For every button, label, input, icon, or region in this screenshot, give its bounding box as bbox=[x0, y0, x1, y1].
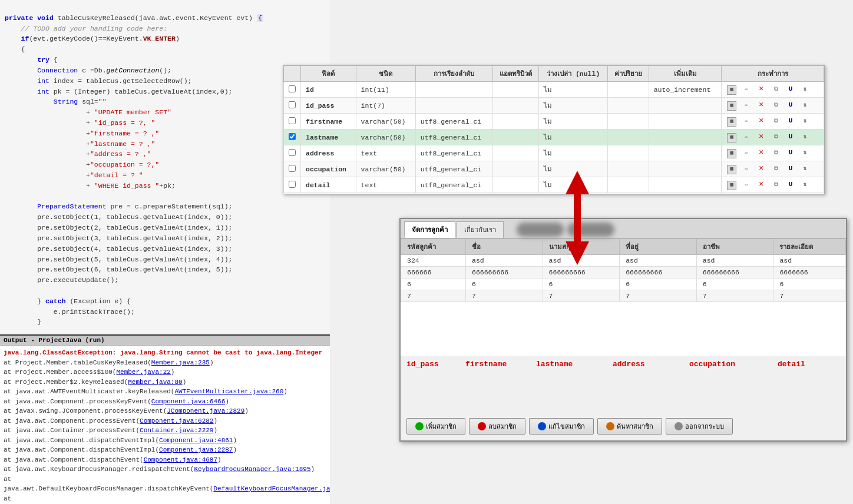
col-attributes: แอตทริบิวต์ bbox=[492, 66, 538, 82]
row-checkbox[interactable] bbox=[289, 85, 296, 92]
copy-icon[interactable]: ⧉ bbox=[771, 165, 781, 175]
label-detail: detail bbox=[778, 360, 837, 369]
sort-icon[interactable]: ⇅ bbox=[801, 117, 810, 127]
edit-icon[interactable]: ✏ bbox=[742, 117, 751, 127]
delete-icon[interactable]: ✕ bbox=[756, 100, 766, 109]
svg-marker-1 bbox=[566, 218, 589, 265]
output-content: java.lang.ClassCastException: java.lang.… bbox=[0, 346, 330, 504]
browse-icon[interactable]: ▦ bbox=[727, 181, 736, 190]
delete-icon[interactable]: ✕ bbox=[756, 163, 766, 173]
copy-icon[interactable]: ⧉ bbox=[771, 86, 781, 95]
label-id-pass: id_pass bbox=[406, 360, 465, 369]
col-checkbox bbox=[284, 66, 301, 82]
browse-icon[interactable]: ▦ bbox=[727, 149, 736, 158]
row-checkbox[interactable] bbox=[289, 165, 296, 172]
col-default: ค่าปริยาย bbox=[608, 66, 649, 82]
row-checkbox[interactable] bbox=[289, 181, 296, 188]
undo-icon[interactable]: U bbox=[786, 181, 795, 190]
sort-icon[interactable]: ⇅ bbox=[801, 165, 810, 174]
copy-icon[interactable]: ⧉ bbox=[771, 134, 781, 143]
table-row[interactable]: 666666 666666666 666666666 666666666 666… bbox=[401, 267, 846, 278]
delete-icon[interactable]: ✕ bbox=[756, 115, 766, 125]
table-header-row: รหัสลูกค้า ชื่อ นามสกุล ที่อยู่ อาชีพ รา… bbox=[401, 239, 846, 255]
col-name: ชื่อ bbox=[465, 239, 543, 255]
col-type: ชนิด bbox=[356, 66, 415, 82]
logout-button[interactable]: ออกจากระบบ bbox=[666, 418, 733, 435]
table-row: address text utf8_general_ci ไม ▦ ✏ ✕ ⧉ … bbox=[284, 145, 824, 161]
arrow-svg bbox=[548, 171, 607, 265]
table-row[interactable]: 324 asd asd asd asd asd bbox=[401, 255, 846, 267]
field-id: id bbox=[301, 82, 356, 98]
browse-icon[interactable]: ▦ bbox=[727, 85, 736, 95]
undo-icon[interactable]: U bbox=[786, 165, 795, 174]
edit-icon bbox=[538, 422, 546, 430]
browse-icon[interactable]: ▦ bbox=[727, 101, 736, 111]
undo-icon[interactable]: U bbox=[786, 117, 795, 127]
table-row[interactable]: 7 7 7 7 7 7 bbox=[401, 290, 846, 302]
col-occupation: อาชีพ bbox=[696, 239, 773, 255]
logout-icon bbox=[675, 422, 683, 430]
undo-icon[interactable]: U bbox=[786, 149, 795, 158]
add-member-label: เพิ่มสมาชิก bbox=[426, 421, 457, 432]
edit-member-button[interactable]: แก้ไขสมาชิก bbox=[529, 418, 594, 435]
edit-icon[interactable]: ✏ bbox=[742, 165, 751, 174]
add-member-button[interactable]: เพิ่มสมาชิก bbox=[406, 418, 465, 435]
col-id: รหัสลูกค้า bbox=[401, 239, 466, 255]
output-header: Output - ProjectJava (run) bbox=[0, 336, 330, 346]
label-lastname: lastname bbox=[536, 360, 613, 369]
browse-icon[interactable]: ▦ bbox=[727, 165, 736, 174]
edit-icon[interactable]: ✏ bbox=[742, 149, 751, 158]
copy-icon[interactable]: ⧉ bbox=[771, 181, 781, 191]
copy-icon[interactable]: ⧉ bbox=[771, 118, 781, 127]
edit-icon[interactable]: ✏ bbox=[742, 181, 751, 190]
undo-icon[interactable]: U bbox=[786, 101, 795, 111]
row-checkbox[interactable] bbox=[289, 133, 296, 140]
arrow-overlay bbox=[548, 171, 607, 265]
sort-icon[interactable]: ⇅ bbox=[801, 101, 810, 111]
search-member-label: ค้นหาสมาชิก bbox=[617, 421, 653, 432]
table-row: id int(11) ไม auto_increment ▦ ✏ ✕ ⧉ U ⇅ bbox=[284, 82, 824, 98]
col-detail: รายละเอียด bbox=[773, 239, 846, 255]
output-panel: Output - ProjectJava (run) java.lang.Cla… bbox=[0, 334, 330, 504]
edit-icon[interactable]: ✏ bbox=[742, 101, 751, 111]
table-row: id_pass int(7) ไม ▦ ✏ ✕ ⧉ U ⇅ bbox=[284, 98, 824, 114]
row-checkbox[interactable] bbox=[289, 101, 296, 108]
browse-icon[interactable]: ▦ bbox=[727, 117, 736, 127]
sort-icon[interactable]: ⇅ bbox=[801, 181, 810, 190]
edit-icon[interactable]: ✏ bbox=[742, 133, 751, 142]
app-tabs: จัดการลูกค้า เกี่ยวกับเรา bbox=[401, 219, 846, 238]
col-extra: เพิ่มเติม bbox=[649, 66, 722, 82]
search-icon bbox=[606, 422, 614, 430]
table-row-highlighted: lastname varchar(50) utf8_general_ci ไม … bbox=[284, 130, 824, 145]
col-actions: กระทำการ bbox=[722, 66, 824, 82]
col-address: ที่อยู่ bbox=[620, 239, 697, 255]
row-checkbox[interactable] bbox=[289, 117, 296, 124]
search-member-button[interactable]: ค้นหาสมาชิก bbox=[597, 418, 662, 435]
label-occupation: occupation bbox=[689, 360, 778, 369]
copy-icon[interactable]: ⧉ bbox=[771, 102, 781, 111]
sort-icon[interactable]: ⇅ bbox=[801, 85, 810, 95]
delete-icon[interactable]: ✕ bbox=[756, 84, 766, 93]
edit-icon[interactable]: ✏ bbox=[742, 85, 751, 95]
undo-icon[interactable]: U bbox=[786, 133, 795, 142]
svg-marker-0 bbox=[566, 171, 589, 218]
copy-icon[interactable]: ⧉ bbox=[771, 150, 781, 159]
sort-icon[interactable]: ⇅ bbox=[801, 133, 810, 142]
tab-about[interactable]: เกี่ยวกับเรา bbox=[457, 221, 504, 238]
stack-trace: at Project.Member.tableCusKeyReleased(Me… bbox=[4, 358, 326, 505]
col-null: ว่างเปล่า (null) bbox=[539, 66, 608, 82]
delete-icon[interactable]: ✕ bbox=[756, 147, 766, 157]
delete-member-label: ลบสมาชิก bbox=[488, 421, 517, 432]
label-firstname: firstname bbox=[465, 360, 536, 369]
tab-manage-customer[interactable]: จัดการลูกค้า bbox=[404, 221, 455, 238]
row-checkbox[interactable] bbox=[289, 149, 296, 156]
delete-member-button[interactable]: ลบสมาชิก bbox=[469, 418, 525, 435]
sort-icon[interactable]: ⇅ bbox=[801, 149, 810, 158]
browse-icon[interactable]: ▦ bbox=[727, 133, 736, 142]
table-row[interactable]: 6 6 6 6 6 6 bbox=[401, 278, 846, 290]
delete-icon[interactable]: ✕ bbox=[756, 179, 766, 188]
delete-icon[interactable]: ✕ bbox=[756, 131, 766, 141]
label-address: address bbox=[613, 360, 689, 369]
undo-icon[interactable]: U bbox=[786, 85, 795, 95]
col-field: ฟิลด์ bbox=[301, 66, 356, 82]
